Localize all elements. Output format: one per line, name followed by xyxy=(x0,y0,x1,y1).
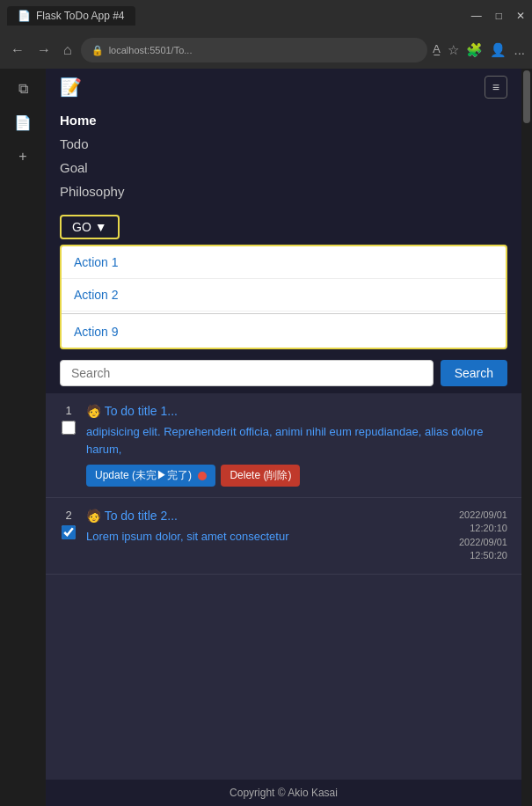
todo-checkbox-1[interactable] xyxy=(62,421,76,435)
nav-philosophy[interactable]: Philosophy xyxy=(60,180,507,202)
page-footer: Copyright © Akio Kasai xyxy=(46,780,521,806)
search-section: Search xyxy=(46,353,521,393)
update-button-1[interactable]: Update (未完▶完了) xyxy=(86,465,215,487)
delete-button-1[interactable]: Delete (削除) xyxy=(221,465,300,487)
dropdown-container: Action 1 Action 2 Action 9 xyxy=(46,245,521,353)
dropdown-item-action9[interactable]: Action 9 xyxy=(62,316,506,348)
todo-title-text-1: To do title 1... xyxy=(105,404,178,418)
tab-icon: 📄 xyxy=(18,10,31,22)
todo-title-1: 🧑 To do title 1... xyxy=(86,404,507,418)
minimize-button[interactable]: — xyxy=(471,10,482,22)
go-label: GO xyxy=(72,220,91,234)
update-label-1: Update (未完▶完了) xyxy=(95,469,192,481)
todo-title-2: 🧑 To do title 2... xyxy=(86,509,419,523)
addressbar: ← → ⌂ 🔒 localhost:5501/To... A̲ ☆ 🧩 👤 ..… xyxy=(0,32,532,69)
todo-checkbox-2[interactable] xyxy=(62,525,76,539)
go-dropdown-icon: ▼ xyxy=(95,220,107,234)
home-button[interactable]: ⌂ xyxy=(60,39,76,62)
lock-icon: 🔒 xyxy=(91,45,104,56)
forward-button[interactable]: → xyxy=(33,39,55,62)
search-button[interactable]: Search xyxy=(441,360,507,386)
updated-date-2: 2022/09/01 xyxy=(428,536,507,549)
browser-sidebar: ⧉ 📄 + xyxy=(0,69,46,806)
search-input[interactable] xyxy=(60,360,434,386)
app-navbar: 📝 ≡ xyxy=(46,69,521,106)
footer-text: Copyright © Akio Kasai xyxy=(230,787,338,799)
content-area[interactable]: 1 🧑 To do title 1... adipisicing elit. R… xyxy=(46,393,521,780)
dropdown-item-action1[interactable]: Action 1 xyxy=(62,246,506,279)
todo-dates-2: 2022/09/01 12:20:10 2022/09/01 12:50:20 xyxy=(428,509,507,563)
todo-number-1: 1 xyxy=(60,404,77,435)
sidebar-copy-icon[interactable]: ⧉ xyxy=(13,76,33,102)
todo-body-1: adipisicing elit. Reprehenderit officia,… xyxy=(86,423,507,458)
todo-number-2: 2 xyxy=(60,509,77,539)
app-logo-icon: 📝 xyxy=(60,77,82,98)
favorites-icon[interactable]: ☆ xyxy=(448,42,459,58)
scrollbar[interactable] xyxy=(521,69,532,806)
more-options-button[interactable]: ... xyxy=(514,42,525,58)
todo-icon-2: 🧑 xyxy=(86,509,101,523)
maximize-button[interactable]: □ xyxy=(496,10,502,22)
todo-body-2: Lorem ipsum dolor, sit amet consectetur xyxy=(86,528,419,546)
todo-title-text-2: To do title 2... xyxy=(105,509,178,523)
address-extra-icons: A̲ ☆ 🧩 👤 ... xyxy=(433,42,525,58)
sidebar-doc-icon[interactable]: 📄 xyxy=(9,109,37,136)
table-row: 2 🧑 To do title 2... Lorem ipsum dolor, … xyxy=(46,498,521,575)
browser-tab[interactable]: 📄 Flask ToDo App #4 xyxy=(7,6,135,26)
table-row: 1 🧑 To do title 1... adipisicing elit. R… xyxy=(46,393,521,498)
extensions-icon[interactable]: 🧩 xyxy=(466,42,483,58)
window-controls: — □ ✕ xyxy=(471,10,525,22)
sidebar-add-icon[interactable]: + xyxy=(13,143,32,170)
scrollbar-thumb[interactable] xyxy=(523,70,530,123)
nav-goal[interactable]: Goal xyxy=(60,157,507,179)
browser-main: ⧉ 📄 + 📝 ≡ Home Todo Goal Philosophy GO ▼ xyxy=(0,69,532,806)
dropdown-divider xyxy=(62,313,506,314)
nav-todo[interactable]: Todo xyxy=(60,133,507,155)
todo-actions-1: Update (未完▶完了) Delete (削除) xyxy=(86,465,507,487)
url-bar[interactable]: 🔒 localhost:5501/To... xyxy=(81,38,428,62)
go-section: GO ▼ xyxy=(46,209,521,245)
todo-icon-1: 🧑 xyxy=(86,404,101,418)
url-text: localhost:5501/To... xyxy=(109,45,193,55)
red-dot-1 xyxy=(198,472,207,480)
dropdown-item-action2[interactable]: Action 2 xyxy=(62,279,506,311)
todo-content-2: 🧑 To do title 2... Lorem ipsum dolor, si… xyxy=(86,509,419,553)
titlebar: 📄 Flask ToDo App #4 — □ ✕ xyxy=(0,0,532,32)
nav-links: Home Todo Goal Philosophy xyxy=(46,106,521,209)
created-time-2: 12:20:10 xyxy=(428,522,507,535)
profile-icon[interactable]: 👤 xyxy=(490,42,506,58)
back-button[interactable]: ← xyxy=(7,39,28,62)
nav-home[interactable]: Home xyxy=(60,109,507,131)
created-date-2: 2022/09/01 xyxy=(428,509,507,522)
page-area: 📝 ≡ Home Todo Goal Philosophy GO ▼ Actio… xyxy=(46,69,521,806)
reader-icon[interactable]: A̲ xyxy=(433,42,441,58)
todo-content-1: 🧑 To do title 1... adipisicing elit. Rep… xyxy=(86,404,507,487)
dropdown-menu: Action 1 Action 2 Action 9 xyxy=(60,245,507,349)
hamburger-button[interactable]: ≡ xyxy=(485,76,507,99)
updated-time-2: 12:50:20 xyxy=(428,549,507,562)
close-button[interactable]: ✕ xyxy=(516,10,525,22)
tab-title: Flask ToDo App #4 xyxy=(36,10,125,22)
go-button[interactable]: GO ▼ xyxy=(60,215,120,239)
